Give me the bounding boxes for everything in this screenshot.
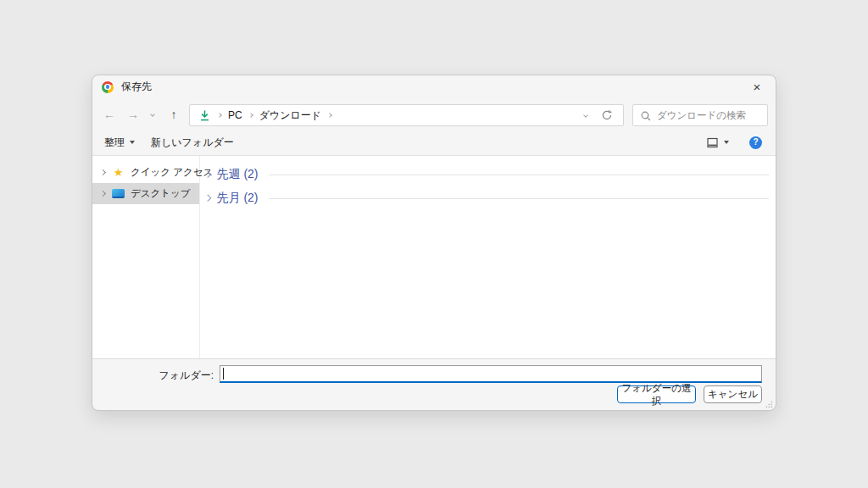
- file-group-last-month[interactable]: 先月 (2): [200, 186, 776, 210]
- expand-chevron-icon[interactable]: [100, 169, 106, 175]
- help-icon: ?: [749, 136, 762, 149]
- back-icon: ←: [103, 108, 115, 121]
- folder-name-input[interactable]: [220, 365, 762, 383]
- new-folder-label: 新しいフォルダー: [151, 136, 234, 150]
- dropdown-triangle-icon: [130, 141, 135, 144]
- sidebar-item-label: デスクトップ: [131, 187, 191, 200]
- select-folder-label: フォルダーの選択: [618, 382, 695, 408]
- breadcrumb-downloads[interactable]: ダウンロード: [259, 108, 321, 123]
- file-list: 先週 (2) 先月 (2): [200, 156, 776, 358]
- close-icon: ×: [754, 80, 761, 94]
- group-divider: [269, 175, 770, 175]
- search-icon: [640, 110, 652, 122]
- navigation-sidebar: ★ クイック アクセス デスクトップ: [92, 156, 200, 358]
- group-header-label: 先月 (2): [217, 191, 259, 206]
- text-caret: [223, 368, 224, 380]
- refresh-button[interactable]: [601, 109, 613, 121]
- organize-button[interactable]: 整理: [104, 130, 135, 155]
- dropdown-triangle-icon: [724, 141, 729, 144]
- search-box: [632, 104, 768, 126]
- search-input[interactable]: [633, 110, 767, 120]
- cancel-label: キャンセル: [708, 388, 758, 401]
- sidebar-item-desktop[interactable]: デスクトップ: [92, 183, 199, 204]
- title-bar: 保存先 ×: [92, 75, 776, 98]
- group-collapse-chevron-icon[interactable]: [204, 171, 211, 178]
- view-layout-icon: [706, 136, 719, 149]
- organize-label: 整理: [104, 136, 125, 150]
- back-button[interactable]: ←: [99, 98, 120, 130]
- group-header-label: 先週 (2): [217, 167, 259, 182]
- main-content: ★ クイック アクセス デスクトップ 先週 (2) 先月 (2): [92, 156, 776, 358]
- chevron-down-icon: [583, 113, 588, 118]
- expand-chevron-icon[interactable]: [100, 191, 106, 197]
- desktop-monitor-icon: [111, 189, 125, 198]
- up-button[interactable]: ↑: [164, 98, 184, 130]
- window-title: 保存先: [121, 80, 152, 94]
- address-history-dropdown[interactable]: [584, 114, 587, 117]
- change-view-button[interactable]: [706, 130, 729, 155]
- command-toolbar: 整理 新しいフォルダー ?: [92, 130, 776, 156]
- file-group-last-week[interactable]: 先週 (2): [200, 163, 776, 186]
- resize-grip[interactable]: [765, 400, 773, 408]
- close-button[interactable]: ×: [744, 77, 770, 97]
- address-bar[interactable]: PC ダウンロード: [189, 104, 624, 126]
- sidebar-item-quick-access[interactable]: ★ クイック アクセス: [92, 162, 199, 183]
- chevron-down-icon: [150, 112, 155, 117]
- refresh-icon: [601, 109, 613, 121]
- folder-picker-dialog: 保存先 × ← → ↑ PC: [92, 75, 776, 411]
- forward-button[interactable]: →: [123, 98, 143, 130]
- breadcrumb-separator-icon: [217, 113, 222, 118]
- folder-field-label: フォルダー:: [92, 369, 214, 383]
- new-folder-button[interactable]: 新しいフォルダー: [151, 130, 234, 155]
- footer-bar: フォルダー: フォルダーの選択 キャンセル: [92, 358, 776, 410]
- downloads-folder-icon: [198, 109, 211, 122]
- group-collapse-chevron-icon[interactable]: [204, 195, 211, 202]
- navigation-row: ← → ↑ PC ダウンロード: [92, 98, 776, 130]
- cancel-button[interactable]: キャンセル: [704, 385, 762, 403]
- recent-locations-dropdown[interactable]: [145, 98, 160, 130]
- breadcrumb-pc[interactable]: PC: [228, 109, 242, 121]
- breadcrumb-separator-icon: [327, 113, 332, 118]
- breadcrumb-separator-icon: [248, 113, 253, 118]
- help-button[interactable]: ?: [749, 136, 762, 149]
- forward-icon: →: [127, 108, 139, 121]
- desktop-background: { "window": { "title": "保存先" }, "icons":…: [0, 0, 868, 488]
- chrome-app-icon: [102, 81, 114, 93]
- group-divider: [269, 198, 770, 199]
- select-folder-button[interactable]: フォルダーの選択: [617, 385, 696, 403]
- up-icon: ↑: [171, 108, 177, 121]
- quick-access-star-icon: ★: [111, 167, 125, 178]
